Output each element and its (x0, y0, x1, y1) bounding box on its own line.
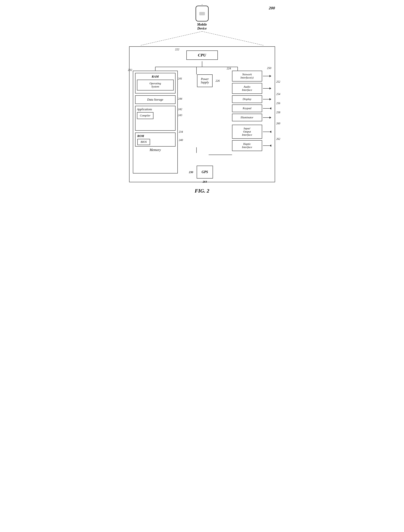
mobile-device-label: Mobile Device (197, 23, 207, 31)
display-row: 254 Display (232, 95, 271, 103)
cpu-label: CPU (198, 53, 206, 57)
haptic-interface-block: HapticInterface (232, 140, 262, 151)
cpu-ref-label: 222 (175, 48, 179, 51)
audio-interface-row: 252 AudioInterface (232, 83, 271, 94)
haptic-interface-label: HapticInterface (242, 142, 252, 149)
network-ref-top: 224 (227, 67, 231, 70)
dashed-lines (129, 32, 275, 46)
io-interface-label: Input/OutputInterface (242, 127, 252, 136)
audio-ref-label: 252 (276, 80, 280, 83)
illuminator-block: Illuminator (232, 114, 262, 121)
gps-block: GPS 230 264 (197, 166, 213, 178)
memory-label: Memory (135, 148, 176, 152)
bios-label: BIOS (141, 140, 147, 143)
gps-ref-bottom: 264 (203, 180, 207, 183)
three-way-row: 232 RAM OperatingSystem 241 Data (133, 67, 271, 178)
svg-line-1 (202, 32, 264, 45)
display-label: Display (243, 98, 252, 101)
memory-outer-box: 232 RAM OperatingSystem 241 Data (133, 71, 178, 173)
os-label: OperatingSystem (150, 82, 161, 88)
network-interface-row: NetworkInterface(s) (232, 71, 271, 82)
dashed-connector-svg (129, 32, 275, 46)
compiler-ref: 243 (178, 114, 182, 117)
illuminator-ref-label: 258 (276, 111, 280, 114)
ram-label: RAM (137, 75, 174, 78)
network-interface-label: NetworkInterface(s) (241, 73, 254, 79)
left-column: 232 RAM OperatingSystem 241 Data (133, 71, 178, 173)
haptic-ref-label: 262 (276, 138, 280, 140)
applications-ref: 242 (178, 108, 182, 111)
data-storage-ref: 244 (178, 97, 182, 100)
haptic-arrow-left (263, 145, 271, 147)
figure-caption: FIG. 2 (195, 188, 209, 194)
gps-ref-left: 230 (189, 171, 193, 174)
display-ref-label: 254 (276, 93, 280, 96)
power-supply-ref: 226 (215, 79, 220, 82)
illuminator-arrow-right (263, 116, 271, 119)
cpu-section: 222 CPU (133, 51, 271, 60)
os-block: OperatingSystem (137, 80, 174, 90)
mobile-device-icon (195, 6, 209, 21)
ram-section: RAM OperatingSystem 241 (135, 73, 176, 94)
ram-ref: 241 (178, 77, 182, 80)
page-container: 200 Mobile Device 222 (129, 6, 275, 194)
keypad-label: Keypad (243, 107, 251, 110)
haptic-interface-row: 262 HapticInterface (232, 140, 271, 151)
cpu-block: CPU (186, 51, 218, 60)
rom-ref: 234 (179, 130, 183, 133)
keypad-arrow-left (263, 107, 271, 109)
display-arrow-right (263, 98, 271, 100)
figure-number: 200 (269, 6, 275, 11)
gps-label: GPS (202, 170, 208, 174)
io-interface-block: Input/OutputInterface (232, 125, 262, 139)
io-arrow-left (263, 131, 271, 133)
network-ref-250: 250 (267, 67, 271, 70)
main-diagram-box: 222 CPU (129, 46, 275, 182)
network-arrow-right (263, 75, 271, 77)
display-block: Display (232, 95, 262, 103)
keypad-block: Keypad (232, 104, 262, 112)
io-interface-row: 260 Input/OutputInterface (232, 125, 271, 139)
compiler-block: Compiler (137, 112, 154, 119)
illuminator-label: Illuminator (241, 116, 253, 119)
rom-section: ROM BIOS 234 240 (135, 133, 176, 146)
memory-ref-232: 232 (128, 68, 132, 72)
io-ref-label: 260 (276, 122, 280, 125)
network-interface-block: NetworkInterface(s) (232, 71, 262, 82)
data-storage-block: Data Storage 244 (135, 95, 176, 104)
audio-interface-block: AudioInterface (232, 83, 262, 94)
applications-label: Applications (137, 108, 174, 111)
audio-arrow-right (263, 87, 271, 89)
rom-label: ROM (137, 134, 173, 138)
cpu-line-down (202, 61, 202, 67)
bios-block: BIOS (137, 139, 150, 145)
power-supply-block: PowerSupply 226 (197, 74, 213, 87)
applications-section: Applications Compiler 242 243 (135, 106, 176, 131)
data-storage-label: Data Storage (147, 98, 163, 101)
audio-interface-label: AudioInterface (242, 85, 252, 91)
keypad-row: 256 Keypad (232, 104, 271, 112)
illuminator-row: 258 Illuminator (232, 114, 271, 121)
compiler-label: Compiler (140, 114, 151, 117)
bios-ref: 240 (179, 139, 183, 142)
keypad-ref-label: 256 (276, 102, 280, 105)
gps-wrapper: GPS 230 264 (197, 128, 213, 178)
top-section: 200 Mobile Device (129, 6, 275, 46)
power-supply-label: PowerSupply (201, 77, 209, 84)
mobile-device-wrapper: Mobile Device (195, 6, 209, 31)
center-column: PowerSupply 226 GPS 230 264 (192, 71, 218, 178)
power-supply-wrapper: PowerSupply 226 (197, 74, 213, 87)
right-column: 224 250 NetworkInterface(s) (232, 71, 271, 151)
svg-line-0 (140, 32, 202, 45)
